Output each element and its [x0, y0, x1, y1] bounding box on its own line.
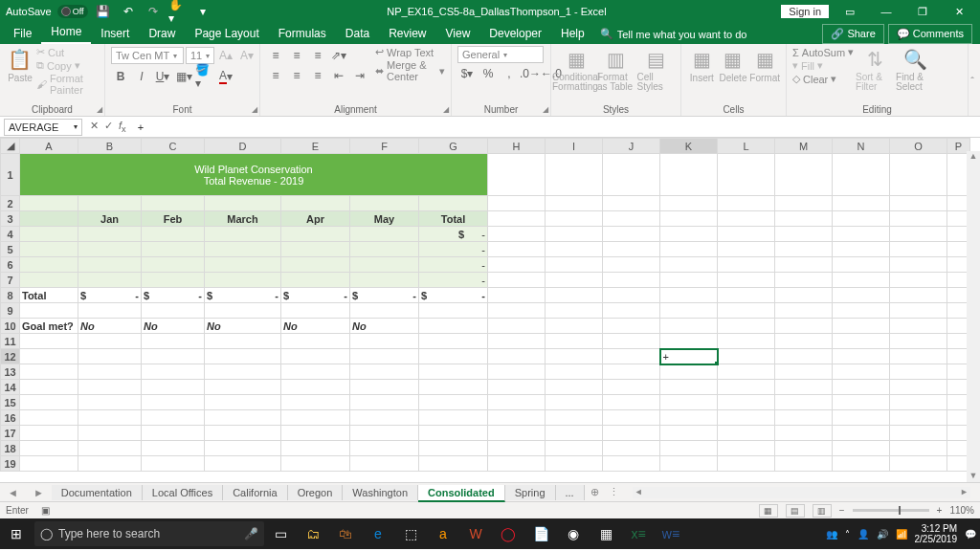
cut-button[interactable]: ✂Cut	[36, 46, 99, 58]
cell-G15[interactable]	[419, 395, 488, 410]
cell-E16[interactable]	[281, 410, 350, 426]
cell-A14[interactable]	[20, 380, 78, 395]
cell-C3[interactable]: Feb	[142, 211, 205, 227]
align-left-icon[interactable]: ≡	[266, 66, 285, 85]
col-header-D[interactable]: D	[205, 139, 281, 154]
cell-O8[interactable]	[890, 288, 947, 303]
touch-mode-icon[interactable]: ✋▾	[168, 2, 188, 21]
cell-J2[interactable]	[603, 196, 660, 211]
notifications-icon[interactable]: 💬	[965, 529, 976, 540]
cell-L8[interactable]	[718, 288, 775, 303]
underline-icon[interactable]: U▾	[153, 67, 172, 86]
cell-O10[interactable]	[890, 319, 947, 334]
tell-me-search[interactable]: 🔍 Tell me what you want to do	[594, 24, 753, 44]
comma-icon[interactable]: ,	[500, 64, 519, 83]
cell-C2[interactable]	[142, 196, 205, 211]
col-header-B[interactable]: B	[78, 139, 142, 154]
cell-I5[interactable]	[546, 242, 603, 257]
cell-N14[interactable]	[833, 380, 890, 395]
cell-I7[interactable]	[546, 273, 603, 288]
cell-K19[interactable]	[660, 456, 718, 472]
cell-G12[interactable]	[419, 349, 488, 364]
cell-L11[interactable]	[718, 334, 775, 349]
currency-icon[interactable]: $▾	[457, 64, 477, 83]
macro-record-icon[interactable]: ▣	[41, 505, 50, 516]
number-launcher-icon[interactable]: ◢	[543, 105, 548, 114]
row-header-8[interactable]: 8	[1, 288, 20, 303]
cell-K12[interactable]: +	[660, 349, 718, 364]
cell-F17[interactable]	[350, 426, 419, 441]
cell-L15[interactable]	[718, 395, 775, 410]
cell-E4[interactable]	[281, 227, 350, 242]
cell-M3[interactable]	[775, 211, 833, 227]
col-header-G[interactable]: G	[419, 139, 488, 154]
cell-D9[interactable]	[205, 303, 281, 319]
tab-page-layout[interactable]: Page Layout	[185, 23, 268, 44]
cell-A16[interactable]	[20, 410, 78, 426]
cell-L17[interactable]	[718, 426, 775, 441]
cell-E17[interactable]	[281, 426, 350, 441]
cell-H11[interactable]	[488, 334, 546, 349]
cell-D8[interactable]: $-	[205, 288, 281, 303]
cell-styles-button[interactable]: ▤Cell Styles	[637, 46, 676, 92]
cell-F4[interactable]	[350, 227, 419, 242]
cell-D15[interactable]	[205, 395, 281, 410]
cell-K16[interactable]	[660, 410, 718, 426]
cell-N2[interactable]	[833, 196, 890, 211]
cell-A17[interactable]	[20, 426, 78, 441]
cell-J11[interactable]	[603, 334, 660, 349]
cell-D10[interactable]: No	[205, 319, 281, 334]
normal-view-icon[interactable]: ▦	[759, 504, 778, 518]
cell-E12[interactable]	[281, 349, 350, 364]
tab-formulas[interactable]: Formulas	[269, 23, 336, 44]
bold-icon[interactable]: B	[111, 67, 130, 86]
cell-J3[interactable]	[603, 211, 660, 227]
cell-C16[interactable]	[142, 410, 205, 426]
col-header-M[interactable]: M	[775, 139, 833, 154]
cell-C6[interactable]	[142, 257, 205, 273]
cell-H3[interactable]	[488, 211, 546, 227]
cell-M10[interactable]	[775, 319, 833, 334]
cell-A4[interactable]	[20, 227, 78, 242]
cell-H6[interactable]	[488, 257, 546, 273]
format-painter-button[interactable]: 🖌Format Painter	[36, 73, 99, 96]
cell-F14[interactable]	[350, 380, 419, 395]
indent-dec-icon[interactable]: ⇤	[329, 66, 348, 85]
cell-E7[interactable]	[281, 273, 350, 288]
cell-C15[interactable]	[142, 395, 205, 410]
cell-N4[interactable]	[833, 227, 890, 242]
cell-K6[interactable]	[660, 257, 718, 273]
undo-icon[interactable]: ↶	[119, 2, 138, 21]
format-cells-button[interactable]: ▦Format	[749, 46, 780, 83]
cell-E15[interactable]	[281, 395, 350, 410]
tab-view[interactable]: View	[436, 23, 480, 44]
cell-G16[interactable]	[419, 410, 488, 426]
cell-O12[interactable]	[890, 349, 947, 364]
cell-D3[interactable]: March	[205, 211, 281, 227]
cell-I10[interactable]	[546, 319, 603, 334]
sheet-tab-...[interactable]: ...	[556, 485, 585, 500]
cell-E11[interactable]	[281, 334, 350, 349]
scroll-left-icon[interactable]: ◄	[635, 487, 643, 496]
scroll-up-icon[interactable]: ▲	[967, 151, 980, 163]
cell-B15[interactable]	[78, 395, 142, 410]
cell-F10[interactable]: No	[350, 319, 419, 334]
sheet-nav-prev-icon[interactable]: ◄	[0, 487, 26, 498]
col-header-N[interactable]: N	[833, 139, 890, 154]
tab-insert[interactable]: Insert	[91, 23, 139, 44]
cell-O5[interactable]	[890, 242, 947, 257]
cell-A11[interactable]	[20, 334, 78, 349]
edge-icon[interactable]: e	[362, 518, 394, 549]
clock[interactable]: 3:12 PM2/25/2019	[915, 523, 958, 544]
cell-I16[interactable]	[546, 410, 603, 426]
cell-M11[interactable]	[775, 334, 833, 349]
cell-B3[interactable]: Jan	[78, 211, 142, 227]
cell-B5[interactable]	[78, 242, 142, 257]
cell-O4[interactable]	[890, 227, 947, 242]
sheet-tab-local-offices[interactable]: Local Offices	[143, 485, 223, 500]
cell-H4[interactable]	[488, 227, 546, 242]
cell-N17[interactable]	[833, 426, 890, 441]
cell-G19[interactable]	[419, 456, 488, 472]
comments-button[interactable]: 💬 Comments	[888, 24, 972, 44]
cell-G6[interactable]: -	[419, 257, 488, 273]
